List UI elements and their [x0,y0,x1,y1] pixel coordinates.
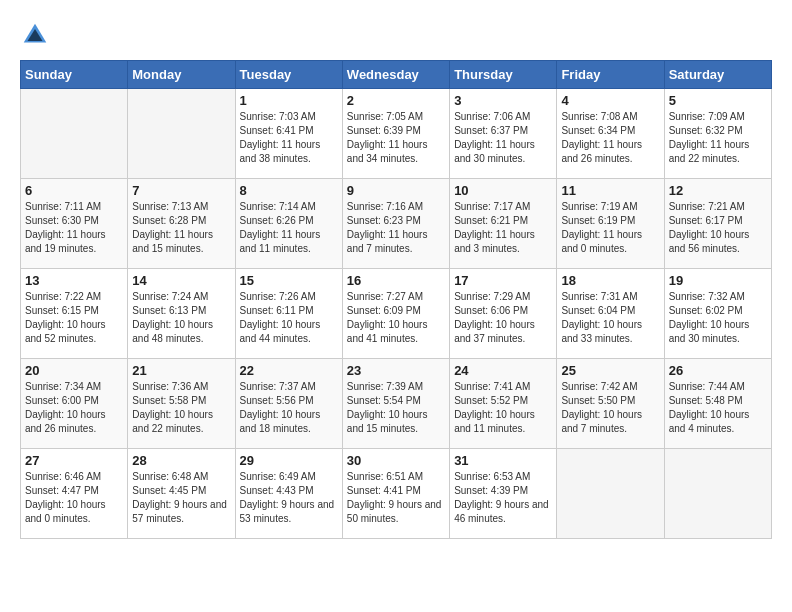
weekday-header-tuesday: Tuesday [235,61,342,89]
day-info: Sunrise: 7:17 AM Sunset: 6:21 PM Dayligh… [454,200,552,256]
day-number: 30 [347,453,445,468]
day-number: 15 [240,273,338,288]
calendar-cell: 23Sunrise: 7:39 AM Sunset: 5:54 PM Dayli… [342,359,449,449]
page-header [20,20,772,50]
calendar-cell: 17Sunrise: 7:29 AM Sunset: 6:06 PM Dayli… [450,269,557,359]
logo-icon [20,20,50,50]
day-number: 24 [454,363,552,378]
calendar-cell: 13Sunrise: 7:22 AM Sunset: 6:15 PM Dayli… [21,269,128,359]
day-number: 31 [454,453,552,468]
day-info: Sunrise: 7:21 AM Sunset: 6:17 PM Dayligh… [669,200,767,256]
day-number: 6 [25,183,123,198]
day-info: Sunrise: 7:29 AM Sunset: 6:06 PM Dayligh… [454,290,552,346]
calendar-cell: 7Sunrise: 7:13 AM Sunset: 6:28 PM Daylig… [128,179,235,269]
day-info: Sunrise: 7:44 AM Sunset: 5:48 PM Dayligh… [669,380,767,436]
calendar-cell: 12Sunrise: 7:21 AM Sunset: 6:17 PM Dayli… [664,179,771,269]
calendar-cell: 28Sunrise: 6:48 AM Sunset: 4:45 PM Dayli… [128,449,235,539]
calendar-cell: 30Sunrise: 6:51 AM Sunset: 4:41 PM Dayli… [342,449,449,539]
day-number: 4 [561,93,659,108]
day-info: Sunrise: 7:24 AM Sunset: 6:13 PM Dayligh… [132,290,230,346]
day-number: 5 [669,93,767,108]
calendar-table: SundayMondayTuesdayWednesdayThursdayFrid… [20,60,772,539]
day-info: Sunrise: 7:34 AM Sunset: 6:00 PM Dayligh… [25,380,123,436]
weekday-header-sunday: Sunday [21,61,128,89]
day-info: Sunrise: 7:05 AM Sunset: 6:39 PM Dayligh… [347,110,445,166]
day-info: Sunrise: 7:37 AM Sunset: 5:56 PM Dayligh… [240,380,338,436]
calendar-cell: 31Sunrise: 6:53 AM Sunset: 4:39 PM Dayli… [450,449,557,539]
day-number: 20 [25,363,123,378]
logo [20,20,52,50]
calendar-cell: 26Sunrise: 7:44 AM Sunset: 5:48 PM Dayli… [664,359,771,449]
day-number: 9 [347,183,445,198]
day-number: 2 [347,93,445,108]
day-number: 3 [454,93,552,108]
day-info: Sunrise: 6:51 AM Sunset: 4:41 PM Dayligh… [347,470,445,526]
day-number: 26 [669,363,767,378]
day-info: Sunrise: 7:06 AM Sunset: 6:37 PM Dayligh… [454,110,552,166]
day-number: 8 [240,183,338,198]
calendar-cell: 15Sunrise: 7:26 AM Sunset: 6:11 PM Dayli… [235,269,342,359]
calendar-cell: 24Sunrise: 7:41 AM Sunset: 5:52 PM Dayli… [450,359,557,449]
day-number: 16 [347,273,445,288]
calendar-cell: 4Sunrise: 7:08 AM Sunset: 6:34 PM Daylig… [557,89,664,179]
day-number: 18 [561,273,659,288]
day-number: 28 [132,453,230,468]
day-info: Sunrise: 6:49 AM Sunset: 4:43 PM Dayligh… [240,470,338,526]
weekday-header-monday: Monday [128,61,235,89]
calendar-cell: 16Sunrise: 7:27 AM Sunset: 6:09 PM Dayli… [342,269,449,359]
day-info: Sunrise: 7:32 AM Sunset: 6:02 PM Dayligh… [669,290,767,346]
calendar-cell [557,449,664,539]
day-number: 22 [240,363,338,378]
day-number: 25 [561,363,659,378]
day-number: 14 [132,273,230,288]
calendar-cell: 5Sunrise: 7:09 AM Sunset: 6:32 PM Daylig… [664,89,771,179]
calendar-cell: 8Sunrise: 7:14 AM Sunset: 6:26 PM Daylig… [235,179,342,269]
calendar-cell: 14Sunrise: 7:24 AM Sunset: 6:13 PM Dayli… [128,269,235,359]
calendar-cell: 27Sunrise: 6:46 AM Sunset: 4:47 PM Dayli… [21,449,128,539]
day-info: Sunrise: 6:48 AM Sunset: 4:45 PM Dayligh… [132,470,230,526]
day-info: Sunrise: 7:36 AM Sunset: 5:58 PM Dayligh… [132,380,230,436]
calendar-cell: 9Sunrise: 7:16 AM Sunset: 6:23 PM Daylig… [342,179,449,269]
calendar-cell [128,89,235,179]
day-info: Sunrise: 7:42 AM Sunset: 5:50 PM Dayligh… [561,380,659,436]
day-info: Sunrise: 7:16 AM Sunset: 6:23 PM Dayligh… [347,200,445,256]
day-number: 7 [132,183,230,198]
calendar-cell: 19Sunrise: 7:32 AM Sunset: 6:02 PM Dayli… [664,269,771,359]
weekday-header-wednesday: Wednesday [342,61,449,89]
weekday-header-friday: Friday [557,61,664,89]
day-number: 10 [454,183,552,198]
day-info: Sunrise: 6:46 AM Sunset: 4:47 PM Dayligh… [25,470,123,526]
weekday-header-thursday: Thursday [450,61,557,89]
day-info: Sunrise: 7:39 AM Sunset: 5:54 PM Dayligh… [347,380,445,436]
calendar-cell: 29Sunrise: 6:49 AM Sunset: 4:43 PM Dayli… [235,449,342,539]
day-info: Sunrise: 7:11 AM Sunset: 6:30 PM Dayligh… [25,200,123,256]
day-number: 13 [25,273,123,288]
calendar-cell: 2Sunrise: 7:05 AM Sunset: 6:39 PM Daylig… [342,89,449,179]
day-info: Sunrise: 7:14 AM Sunset: 6:26 PM Dayligh… [240,200,338,256]
calendar-cell: 18Sunrise: 7:31 AM Sunset: 6:04 PM Dayli… [557,269,664,359]
calendar-cell: 11Sunrise: 7:19 AM Sunset: 6:19 PM Dayli… [557,179,664,269]
day-info: Sunrise: 7:27 AM Sunset: 6:09 PM Dayligh… [347,290,445,346]
day-info: Sunrise: 7:41 AM Sunset: 5:52 PM Dayligh… [454,380,552,436]
calendar-cell: 22Sunrise: 7:37 AM Sunset: 5:56 PM Dayli… [235,359,342,449]
calendar-cell: 1Sunrise: 7:03 AM Sunset: 6:41 PM Daylig… [235,89,342,179]
day-info: Sunrise: 7:31 AM Sunset: 6:04 PM Dayligh… [561,290,659,346]
day-info: Sunrise: 7:19 AM Sunset: 6:19 PM Dayligh… [561,200,659,256]
day-info: Sunrise: 7:08 AM Sunset: 6:34 PM Dayligh… [561,110,659,166]
day-number: 21 [132,363,230,378]
day-number: 17 [454,273,552,288]
calendar-cell: 25Sunrise: 7:42 AM Sunset: 5:50 PM Dayli… [557,359,664,449]
day-number: 29 [240,453,338,468]
calendar-cell: 21Sunrise: 7:36 AM Sunset: 5:58 PM Dayli… [128,359,235,449]
day-number: 23 [347,363,445,378]
day-info: Sunrise: 7:03 AM Sunset: 6:41 PM Dayligh… [240,110,338,166]
calendar-cell: 3Sunrise: 7:06 AM Sunset: 6:37 PM Daylig… [450,89,557,179]
calendar-cell: 6Sunrise: 7:11 AM Sunset: 6:30 PM Daylig… [21,179,128,269]
day-number: 12 [669,183,767,198]
day-number: 27 [25,453,123,468]
day-info: Sunrise: 7:26 AM Sunset: 6:11 PM Dayligh… [240,290,338,346]
calendar-cell: 10Sunrise: 7:17 AM Sunset: 6:21 PM Dayli… [450,179,557,269]
day-info: Sunrise: 7:13 AM Sunset: 6:28 PM Dayligh… [132,200,230,256]
day-info: Sunrise: 7:22 AM Sunset: 6:15 PM Dayligh… [25,290,123,346]
day-number: 1 [240,93,338,108]
